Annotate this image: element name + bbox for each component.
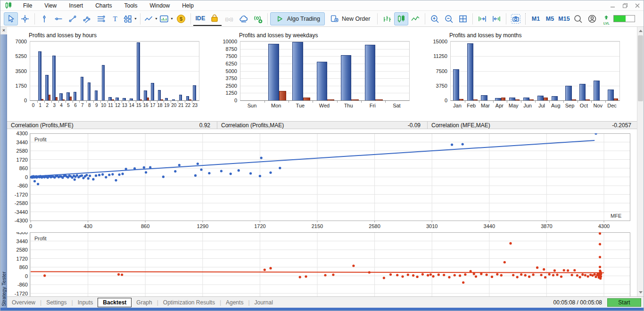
tab-backtest[interactable]: Backtest xyxy=(98,298,132,307)
vps-cloud-button[interactable] xyxy=(237,12,251,25)
ide-button[interactable]: IDE xyxy=(193,12,207,25)
add-broadcast-button[interactable] xyxy=(251,12,265,25)
timeframe-m15-button[interactable]: M15 xyxy=(557,12,571,25)
x-tick-label: 430 xyxy=(78,223,99,229)
shift-chart-back-button[interactable] xyxy=(489,12,504,25)
loss-bar xyxy=(327,99,334,100)
restore-button[interactable] xyxy=(623,3,627,8)
minimize-button[interactable] xyxy=(611,3,615,8)
x-tick-label: 20 xyxy=(170,103,177,108)
correlation-mfe-mae: Correlation (MFE,MAE) -0.2057 xyxy=(428,122,638,129)
close-button[interactable] xyxy=(635,3,640,8)
y-tick-label: 1720 xyxy=(7,256,28,262)
tab-overview[interactable]: Overview xyxy=(7,298,40,307)
equidistant-lines-tool-button[interactable] xyxy=(94,12,108,25)
tab-journal[interactable]: Journal xyxy=(250,298,278,307)
profit-bar xyxy=(481,95,487,100)
menu-tools[interactable]: Tools xyxy=(118,1,144,10)
loss-bar xyxy=(63,99,65,100)
correlation-value: -0.2057 xyxy=(612,122,631,129)
profit-bar xyxy=(158,90,161,100)
horizontal-line-tool-button[interactable] xyxy=(51,12,66,25)
screenshot-button[interactable] xyxy=(509,12,523,25)
profit-bar xyxy=(172,99,175,100)
market-button[interactable] xyxy=(207,12,222,25)
loss-bar xyxy=(473,99,478,100)
tab-optimization-results[interactable]: Optimization Results xyxy=(158,298,220,307)
start-button[interactable]: Start xyxy=(607,298,641,307)
scroll-down-icon[interactable] xyxy=(639,291,643,294)
correlation-label: Correlation (Profits,MFE) xyxy=(11,122,74,129)
toolbar: T▼▼▼$IDE((o))Algo TradingNew OrderM1M5M1… xyxy=(0,11,644,27)
scroll-up-icon[interactable] xyxy=(639,30,643,32)
menu-window[interactable]: Window xyxy=(144,1,176,10)
candle-chart-mode-button[interactable] xyxy=(394,12,408,25)
cursor-icon xyxy=(6,14,16,24)
new-order-button[interactable]: New Order xyxy=(325,12,375,25)
indicators-button[interactable]: ▼ xyxy=(143,12,158,25)
x-tick-label: Jul xyxy=(535,103,549,108)
menu-insert[interactable]: Insert xyxy=(63,1,89,10)
panel-close-button[interactable]: × xyxy=(0,27,7,34)
bar-chart-mode-button[interactable] xyxy=(380,12,394,25)
line-chart-mode-button[interactable] xyxy=(408,12,422,25)
menu-charts[interactable]: Charts xyxy=(89,1,118,10)
shapes-tool-button[interactable]: ▼ xyxy=(122,12,138,25)
loss-bar xyxy=(112,99,114,100)
trendline-tool-button[interactable] xyxy=(66,12,80,25)
indicator-window-button[interactable]: ▼ xyxy=(158,12,174,25)
tab-inputs[interactable]: Inputs xyxy=(73,298,98,307)
y-tick-label: 10000 xyxy=(217,39,237,44)
account-button[interactable] xyxy=(585,12,599,25)
loss-bar xyxy=(56,97,58,100)
x-tick-label: 14 xyxy=(128,103,135,108)
tab-settings[interactable]: Settings xyxy=(41,298,71,307)
menu-help[interactable]: Help xyxy=(176,1,200,10)
vertical-line-tool-button[interactable] xyxy=(37,12,51,25)
zoom-out-icon xyxy=(444,14,454,24)
y-tick-label: 3750 xyxy=(217,75,237,81)
timeframe-m1-button[interactable]: M1 xyxy=(528,12,543,25)
profit-bar xyxy=(123,98,126,100)
text-tool-button[interactable]: T xyxy=(108,12,122,25)
menu-file[interactable]: File xyxy=(17,1,38,10)
zoom-in-button[interactable] xyxy=(428,12,442,25)
scatter-chart-profit-mae: 43003440258017208600-860-1720Profit xyxy=(7,232,638,296)
correlation-value: 0.92 xyxy=(199,122,210,129)
timeframe-m1-button-label: M1 xyxy=(532,16,540,22)
correlation-value: -0.09 xyxy=(408,122,421,129)
crosshair-tool-button[interactable] xyxy=(18,12,32,25)
scrollbar-thumb[interactable] xyxy=(638,35,643,101)
loss-bar xyxy=(529,99,534,100)
tab-graph[interactable]: Graph xyxy=(132,298,157,307)
correlation-profits-mae: Correlation (Profits,MAE) -0.09 xyxy=(217,122,428,129)
timeframe-m5-button[interactable]: M5 xyxy=(543,12,557,25)
loss-bar xyxy=(459,99,463,100)
channel-tool-button[interactable] xyxy=(80,12,94,25)
timeframe-m5-button-label: M5 xyxy=(546,16,554,22)
y-tick-label: 3440 xyxy=(7,139,28,145)
bar-charts-row: Profits and losses by hours0175035005250… xyxy=(7,29,638,120)
x-tick-label: 17 xyxy=(149,103,157,108)
signals-button[interactable]: ((o)) xyxy=(222,12,237,25)
y-tick-label: 5000 xyxy=(217,68,237,74)
tile-windows-button[interactable] xyxy=(456,12,470,25)
lvl-button[interactable]: LVL xyxy=(599,12,613,25)
algo-trading-button[interactable]: Algo Trading xyxy=(270,12,325,25)
symbols-button[interactable]: $ xyxy=(174,12,188,25)
profit-bar xyxy=(537,96,544,100)
tab-agents[interactable]: Agents xyxy=(221,298,248,307)
menu-view[interactable]: View xyxy=(38,1,63,10)
zoom-out-button[interactable] xyxy=(442,12,456,25)
svg-text:T: T xyxy=(113,15,117,23)
loss-bar xyxy=(614,98,618,100)
bar-chart-hours: Profits and losses by hours0175035005250… xyxy=(7,29,217,120)
cursor-tool-button[interactable] xyxy=(4,12,18,25)
shift-chart-end-button[interactable] xyxy=(475,12,489,25)
y-tick-label: -3440 xyxy=(7,209,28,215)
vertical-scrollbar[interactable] xyxy=(637,27,644,296)
toolbar-divider xyxy=(190,13,191,25)
x-tick-label: 10 xyxy=(100,103,107,108)
search-button[interactable] xyxy=(571,12,585,25)
shift-left-icon xyxy=(491,14,502,24)
